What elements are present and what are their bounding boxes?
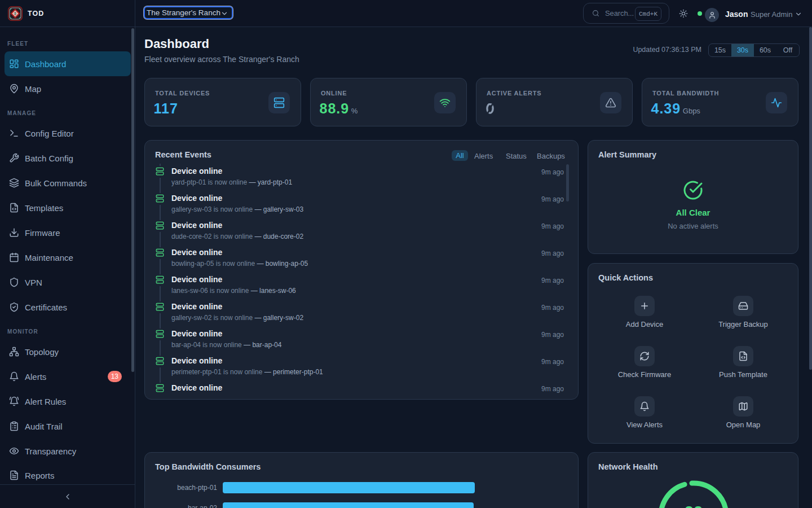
svg-text:88: 88 [685, 504, 703, 508]
